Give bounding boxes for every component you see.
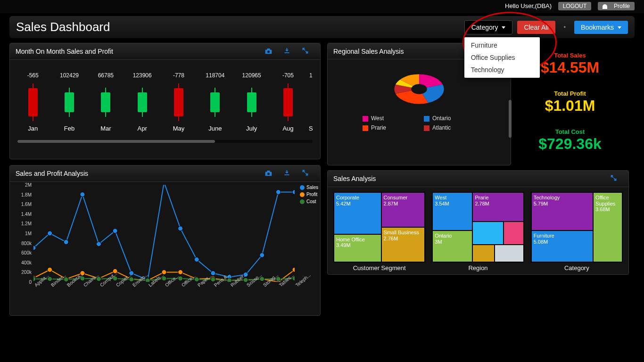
- expand-icon[interactable]: [302, 169, 309, 178]
- legend-item[interactable]: Ontario: [424, 115, 476, 122]
- svg-point-16: [194, 257, 199, 262]
- line-panel-title: Sales and Profit Analysis: [16, 170, 259, 177]
- regional-panel-title: Regional Sales Analysis: [333, 48, 487, 55]
- svg-point-47: [145, 278, 150, 282]
- category-option-furniture[interactable]: Furniture: [464, 39, 540, 51]
- treemap-cell[interactable]: Corporate5.42M: [334, 192, 381, 234]
- treemap-cell[interactable]: [472, 245, 494, 262]
- treemap-cell[interactable]: Furniture5.08M: [531, 230, 593, 262]
- header-actions: Category Furniture Office Supplies Techn…: [464, 20, 628, 34]
- legend-item[interactable]: Sales: [300, 185, 318, 190]
- treemap-cell[interactable]: Consumer2.87M: [381, 192, 425, 227]
- treemap-cell[interactable]: Small Business2.76M: [381, 227, 425, 262]
- camera-icon[interactable]: [265, 48, 272, 56]
- regional-legend: WestOntarioPrarieAtlantic: [363, 115, 476, 131]
- treemap-cell[interactable]: [504, 222, 524, 245]
- svg-rect-4: [267, 170, 270, 172]
- sales-analysis-title: Sales Analysis: [333, 175, 604, 182]
- svg-rect-1: [267, 48, 270, 49]
- category-option-office-supplies[interactable]: Office Supplies: [464, 51, 540, 64]
- svg-point-32: [178, 270, 183, 274]
- download-icon[interactable]: [283, 169, 290, 178]
- treemap-cell[interactable]: Prarie2.78M: [472, 192, 523, 222]
- kpi-total-cost-value: $729.36k: [538, 135, 601, 153]
- svg-point-7: [48, 231, 52, 236]
- svg-point-5: [267, 173, 270, 175]
- treemap-cell[interactable]: [495, 245, 524, 262]
- treemap-cell[interactable]: Office Supplies3.68M: [593, 192, 622, 262]
- page-header: Sales Dashboard Category Furniture Offic…: [9, 16, 635, 38]
- page-title: Sales Dashboard: [16, 20, 464, 34]
- line-chart: 0200k400k600k800k1M1.2M1.4M1.6M1.8M2M Ap…: [10, 182, 320, 305]
- svg-point-21: [276, 189, 281, 194]
- legend-item[interactable]: Prarie: [363, 124, 414, 131]
- kpi-total-profit-value: $1.01M: [545, 97, 595, 115]
- expand-icon[interactable]: [610, 174, 617, 183]
- legend-item[interactable]: Atlantic: [424, 124, 476, 131]
- month-chart: -565Jan102429Feb66785Mar123906Apr-778May…: [10, 60, 320, 159]
- treemap-cell[interactable]: Technology5.79M: [531, 192, 593, 230]
- svg-point-10: [96, 242, 101, 247]
- svg-point-24: [48, 267, 52, 272]
- download-icon[interactable]: [283, 47, 290, 56]
- sales-profit-analysis-panel: Sales and Profit Analysis 0200k400k600k8…: [9, 165, 321, 316]
- treemap-cell[interactable]: West3.54M: [432, 192, 472, 230]
- treemap-segment-caption: Customer Segment: [333, 264, 425, 272]
- sales-analysis-panel: Sales Analysis Corporate5.42MConsumer2.8…: [327, 170, 629, 275]
- camera-icon[interactable]: [265, 170, 272, 178]
- category-dropdown-label: Category: [471, 24, 498, 31]
- regional-pie-chart: [379, 63, 459, 115]
- bookmarks-dropdown[interactable]: Bookmarks: [574, 21, 628, 34]
- category-option-technology[interactable]: Technology: [464, 64, 540, 76]
- category-dropdown[interactable]: Category: [464, 20, 513, 34]
- logout-button[interactable]: LOGOUT: [558, 2, 592, 10]
- treemap-category[interactable]: Technology5.79MOffice Supplies3.68MFurni…: [531, 192, 623, 263]
- clear-all-button[interactable]: Clear All: [517, 21, 555, 34]
- svg-point-9: [80, 192, 85, 197]
- svg-point-52: [227, 278, 231, 282]
- category-dropdown-menu: Furniture Office Supplies Technology: [464, 37, 540, 78]
- treemap-region[interactable]: West3.54MPrarie2.78MOntario3M: [432, 192, 524, 263]
- kpi-total-sales-value: $14.55M: [541, 59, 600, 76]
- month-on-month-panel: Month On Month Sales and Profit -565Jan1…: [9, 43, 321, 159]
- svg-point-11: [113, 229, 117, 233]
- legend-item[interactable]: West: [363, 115, 414, 122]
- caret-down-icon: [502, 26, 505, 29]
- greeting-text: Hello User,(DBA): [505, 2, 552, 9]
- kpi-total-profit-label: Total Profit: [545, 90, 595, 97]
- svg-point-17: [211, 271, 215, 275]
- treemap-cell[interactable]: [472, 222, 504, 245]
- month-chart-scrollbar[interactable]: [17, 140, 313, 143]
- svg-point-2: [267, 50, 270, 53]
- kpi-total-cost-label: Total Cost: [538, 128, 601, 135]
- top-bar: Hello User,(DBA) LOGOUT Profile: [0, 0, 644, 13]
- bookmarks-label: Bookmarks: [581, 24, 614, 31]
- treemap-segment[interactable]: Corporate5.42MConsumer2.87MHome Office3.…: [333, 192, 425, 263]
- treemap-region-caption: Region: [432, 264, 524, 272]
- treemap-category-caption: Category: [531, 264, 623, 272]
- svg-point-20: [260, 253, 264, 257]
- regional-panel-scrollbar[interactable]: [509, 100, 512, 138]
- svg-point-8: [64, 240, 68, 245]
- month-panel-title: Month On Month Sales and Profit: [16, 48, 259, 55]
- separator-dot: •: [560, 24, 570, 31]
- legend-item[interactable]: Cost: [300, 199, 318, 204]
- caret-down-icon: [618, 26, 621, 29]
- expand-icon[interactable]: [302, 47, 309, 56]
- treemap-cell[interactable]: Home Office3.49M: [334, 234, 381, 262]
- profile-label: Profile: [614, 3, 630, 9]
- svg-point-15: [178, 226, 183, 231]
- treemap-cell[interactable]: Ontario3M: [432, 230, 472, 262]
- profile-button[interactable]: Profile: [598, 2, 635, 10]
- svg-point-60: [411, 84, 427, 94]
- kpi-total-sales-label: Total Sales: [541, 52, 600, 59]
- legend-item[interactable]: Profit: [300, 192, 318, 197]
- svg-point-22: [292, 189, 295, 194]
